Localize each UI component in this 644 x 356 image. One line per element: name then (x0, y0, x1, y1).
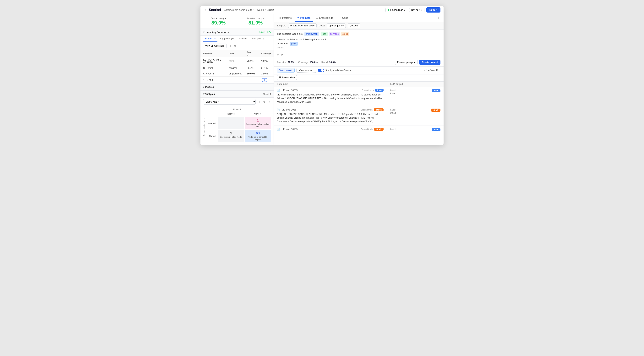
breadcrumb-project[interactable]: contracts-fm-demo-0620 (224, 8, 252, 11)
table-row[interactable]: CIF-72c73 employment 100.0% 32.0% (200, 71, 274, 76)
breadcrumb-sep2: / (265, 8, 266, 11)
prompts-icon: ✦ (297, 16, 299, 19)
next-page-right-button[interactable]: › (440, 69, 440, 72)
best-accuracy-chevron-icon: ▾ (225, 17, 226, 19)
breadcrumb-develop[interactable]: Develop (255, 8, 264, 11)
tab-patterns[interactable]: ◈ Patterns (277, 14, 294, 21)
next-page-button[interactable]: › (268, 78, 271, 82)
tab-patterns-label: Patterns (282, 16, 292, 19)
lf-coverage-0: 18.2% (258, 57, 274, 65)
data-row-2[interactable]: 📄 UID doc::10165 Ground truth stock Labe… (274, 126, 444, 145)
more-icon[interactable]: ⋯ (243, 44, 248, 48)
table-row[interactable]: CIF-f26e5 services 85.7% 21.1% (200, 65, 274, 71)
table-row[interactable]: KEY-PURCHASE AGREEM. stock 78.9% 18.2% (200, 57, 274, 65)
tab-embeddings[interactable]: ⬡ Embeddings (314, 14, 335, 21)
lf-pagination: 1 – 3 of 3 ‹ 1 › (200, 76, 274, 83)
ground-truth-badge-1: stock (374, 108, 384, 111)
template-chevron-icon: ▾ (313, 24, 314, 27)
divider-0 (387, 89, 387, 104)
model-value: openai/gpt-4 (329, 24, 342, 27)
current-page: 1 (262, 78, 267, 82)
analysis-export-icon[interactable]: ⤴ (268, 100, 271, 104)
tab-in-progress[interactable]: In Progress (1) (249, 36, 268, 42)
matrix-suggestion-ic: Suggestion: Refine existing LFs (246, 123, 270, 128)
model-dropdown[interactable]: openai/gpt-4 ▾ (327, 23, 346, 28)
precision-value: 90.0% (288, 61, 294, 64)
recall-value: 90.0% (329, 61, 336, 64)
page-buttons: ‹ 1 › (258, 78, 271, 82)
lf-label-1: services (226, 65, 244, 71)
coverage-metric: Coverage 100.0% (298, 61, 318, 64)
clarity-matrix-select[interactable]: Clarity Matrix (203, 99, 256, 104)
tab-prompts[interactable]: ✦ Prompts (294, 14, 313, 21)
prev-page-right-button[interactable]: ‹ (424, 69, 425, 72)
analysis-refresh-icon[interactable]: ↺ (262, 100, 266, 104)
create-prompt-button[interactable]: Create prompt (419, 60, 440, 65)
topbar: ‹ Snorkel contracts-fm-demo-0620 / Devel… (200, 6, 444, 14)
tag-stock: stock (341, 32, 349, 36)
latest-accuracy-label: Latest Accuracy ▾ (241, 17, 270, 19)
right-filter-icon[interactable]: ⊟ (438, 16, 440, 20)
analysis-header[interactable]: ▾ Analysis Model 4 (200, 91, 274, 98)
metrics-row: Precision 90.0% Coverage 100.0% Recall 9… (274, 58, 444, 66)
right-panel: ◈ Patterns ✦ Prompts ⬡ Embeddings → Code… (274, 14, 444, 145)
lf-toolbar: View LF Coverage ⊟ ↺ ⤴ ⋯ (200, 42, 274, 50)
tab-active[interactable]: Active (3) (203, 36, 218, 42)
sort-toggle-track[interactable] (318, 69, 324, 72)
doc-icon-2: 📄 (277, 128, 280, 131)
data-row-1[interactable]: 📄 UID doc::10167 Ground truth stock ACQU… (274, 106, 444, 126)
preview-prompt-button[interactable]: Preview prompt ▾ (395, 60, 418, 65)
view-correct-button[interactable]: View correct (277, 68, 294, 73)
embeddings-dropdown[interactable]: Embeddings ▾ (386, 8, 407, 12)
analysis-toolbar: Clarity Matrix ⊟ ↺ ⤴ (200, 98, 274, 106)
tag-employment: employment (304, 32, 319, 36)
data-row-0[interactable]: 📄 UID doc::10005 Ground truth loan the t… (274, 87, 444, 106)
tag-services: services (329, 32, 340, 36)
code-button[interactable]: ⬡ Code (348, 23, 360, 28)
tab-inactive[interactable]: Inactive (237, 36, 249, 42)
lf-prec-2: 100.0% (244, 71, 258, 76)
template-value: Predict label from text (290, 24, 313, 27)
matrix-corner (206, 111, 218, 116)
prompt-view-button[interactable]: ☰ Prompt view (277, 75, 297, 80)
ground-truth-badge-2: stock (374, 128, 384, 131)
analysis-title: Analysis (204, 93, 215, 95)
plus-icon[interactable]: ⊕ (281, 53, 284, 57)
metrics-actions: Preview prompt ▾ Create prompt (395, 60, 440, 65)
matrix-value-cc: 63 (246, 131, 270, 135)
export-button[interactable]: Export (426, 7, 440, 12)
doc-icon-1: 📄 (277, 108, 280, 111)
patterns-icon: ◈ (279, 16, 281, 19)
filter-icon[interactable]: ⊟ (228, 44, 232, 48)
prev-page-button[interactable]: ‹ (258, 78, 261, 82)
prompt-text-area[interactable]: The possible labels are employment loan … (274, 30, 444, 52)
labeling-functions-header[interactable]: ▾ Labeling Functions 3 Active LFs (200, 29, 274, 36)
grid-icon[interactable]: ⊞ (277, 53, 279, 57)
lf-prec-0: 78.9% (244, 57, 258, 65)
breadcrumb-studio[interactable]: Studio (267, 8, 274, 11)
refresh-icon[interactable]: ↺ (233, 44, 237, 48)
output-value-1: stock (390, 112, 396, 114)
tab-suggested[interactable]: Suggested (15) (218, 36, 237, 42)
code-icon-btn: ⬡ (350, 24, 352, 27)
data-output-1: Label stock stock (390, 108, 440, 124)
data-text-0: the terms on which Bank shall lend to Bo… (277, 93, 384, 104)
models-title: Models (205, 85, 214, 88)
collapse-button[interactable]: ‹ (204, 7, 207, 12)
template-dropdown[interactable]: Predict label from text ▾ (288, 23, 316, 28)
matrix-grid-wrapper: Programmatic Labels Incorrect Correct In… (203, 111, 271, 142)
analysis-filter-icon[interactable]: ⊟ (257, 100, 261, 104)
tab-code[interactable]: → Code (336, 14, 350, 21)
export-lf-icon[interactable]: ⤴ (238, 44, 242, 48)
preview-label: Preview prompt (397, 61, 413, 64)
matrix-cell-incorrect-correct: 1 Suggestion: Refine existing LFs (245, 117, 271, 129)
uid-text-2: UID doc::10165 (282, 128, 298, 131)
precision-label: Precision (277, 61, 286, 64)
topbar-right: Embeddings ▾ Dev split ▾ Export (386, 7, 440, 12)
view-lf-coverage-button[interactable]: View LF Coverage (203, 43, 226, 48)
col-llm-output: LLM output (390, 83, 440, 85)
models-header[interactable]: › Models (200, 83, 274, 90)
view-incorrect-button[interactable]: View incorrect (296, 68, 316, 73)
model-chevron-icon: ▾ (342, 24, 344, 27)
dev-split-dropdown[interactable]: Dev split ▾ (409, 8, 424, 12)
